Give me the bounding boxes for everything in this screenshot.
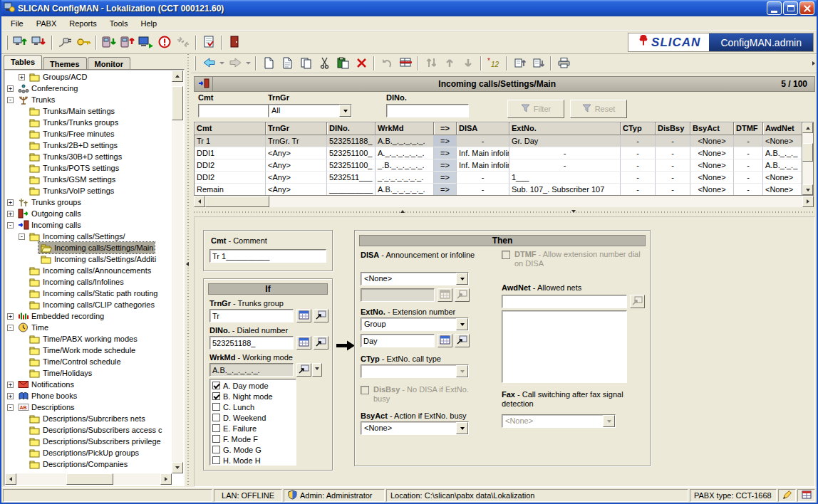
tab-themes[interactable]: Themes [43,57,87,70]
tree-item[interactable]: Time/PABX working modes [6,333,171,345]
expand-icon[interactable]: + [19,74,25,80]
wrkmd-goto-button[interactable] [296,363,311,377]
dropdown-caret-icon[interactable] [456,273,468,285]
tree-item[interactable]: Incoming calls/CLIP cathegories [6,299,171,310]
tree-item[interactable]: Time/Holidays [6,367,171,379]
doc-new-button[interactable] [259,55,278,72]
minimize-button[interactable] [767,1,782,15]
disa-dropdown[interactable]: <None> [361,272,469,285]
collapse-icon[interactable]: - [7,325,14,331]
mode-checkbox[interactable] [212,414,220,421]
scroll-thumb[interactable] [802,143,813,162]
phone-upload-button[interactable] [118,34,137,51]
tree-item[interactable]: Trunks/Trunks groups [6,117,171,128]
tree-item[interactable]: -Incoming calls/Settings/ [6,231,171,242]
column-header[interactable]: DTMF [734,122,763,135]
scroll-up-button[interactable] [802,122,813,133]
move-up-button[interactable] [440,55,459,72]
dropdown-caret-icon[interactable] [456,318,468,330]
scroll-down-button[interactable] [172,462,183,473]
expand-icon[interactable]: + [7,393,14,399]
table-row[interactable]: DDI1<Any>523251100_A._._._._._._.=>Inf. … [195,147,802,159]
reset-button[interactable]: Reset [570,100,627,118]
tree-item[interactable]: Incoming calls/Settings/Main [6,242,171,253]
tree-item[interactable]: +Embedded recording [6,310,171,322]
mode-checkbox[interactable] [212,424,220,432]
trngr-input[interactable] [209,309,294,322]
caret-button[interactable] [218,55,226,72]
scroll-thumb[interactable] [172,86,183,120]
dtmf-checkbox[interactable] [502,251,510,259]
extno-input[interactable] [361,334,435,347]
tree-item[interactable]: Descriptions/Subscribers access c [6,424,171,436]
caret-button[interactable] [244,55,252,72]
working-mode-item[interactable]: F. Mode F [211,434,295,444]
disa-table-button[interactable] [438,288,452,302]
cut-button[interactable] [315,55,333,72]
collapse-icon[interactable]: - [7,404,14,411]
tree-item[interactable]: +Conferencing [6,83,171,94]
tab-monitor[interactable]: Monitor [88,57,130,70]
tree-item[interactable]: Trunks/VoIP settings [6,185,171,196]
table-vertical-scrollbar[interactable] [802,122,813,195]
tree-splitter[interactable] [185,54,191,487]
menu-file[interactable]: File [4,18,30,29]
menu-reports[interactable]: Reports [63,18,103,29]
column-header[interactable]: DISA [457,122,509,135]
working-mode-item[interactable]: G. Mode G [211,444,295,455]
monitor-run-button[interactable] [137,34,155,51]
menu-help[interactable]: Help [134,18,163,29]
mode-checkbox[interactable] [212,446,220,453]
expand-icon[interactable]: + [7,199,14,206]
trngr-table-button[interactable] [296,309,311,322]
dino-goto-button[interactable] [314,336,328,350]
disbsy-checkbox[interactable] [361,386,369,394]
table-horizontal-scrollbar[interactable] [194,196,814,207]
tree-item[interactable]: +Outgoing calls [6,208,171,219]
working-mode-item[interactable]: E. Failure [211,423,295,434]
tree-item[interactable]: +Notifications [6,379,171,390]
sort-updown-button[interactable] [422,55,440,72]
toolbar-overflow-chevron[interactable] [812,61,817,65]
mode-checkbox[interactable] [212,435,220,443]
filter-button[interactable]: Filter [507,100,564,118]
table-row[interactable]: DDI2<Any>5232511____._._._._._._.=>-1___… [195,172,802,184]
tree-item[interactable]: Trunks/Free minutes [6,128,171,140]
column-header[interactable]: CTyp [621,122,656,135]
scroll-up-button[interactable] [172,70,183,82]
working-mode-item[interactable]: D. Weekend [211,412,295,423]
tree-horizontal-scrollbar[interactable] [5,473,172,485]
tree-item[interactable]: Incoming calls/Settings/Additi [6,253,171,265]
maximize-button[interactable] [783,1,798,15]
tree-item[interactable]: +Groups/ACD [6,71,171,83]
scroll-right-button[interactable] [802,196,814,207]
table-row[interactable]: Remain<Any>__________A.B._._._._._.=>-Su… [195,184,802,195]
pc-connect-button[interactable] [11,34,30,51]
bsyact-dropdown[interactable]: <None> [361,421,469,435]
horizontal-splitter[interactable] [194,209,814,215]
trngr-goto-button[interactable] [314,309,328,322]
expand-icon[interactable]: + [7,313,14,320]
extno-goto-button[interactable] [455,334,470,347]
pc-disconnect-button[interactable] [30,34,48,51]
scroll-down-button[interactable] [802,184,813,195]
dino-table-button[interactable] [296,336,311,350]
tree-item[interactable]: Trunks/2B+D settings [6,140,171,151]
tree-item[interactable]: Trunks/GSM settings [6,174,171,185]
fax-dropdown[interactable]: <None> [502,414,616,428]
tree-item[interactable]: Descriptions/PickUp groups [6,447,171,458]
tree-item[interactable]: -Trunks [6,94,171,105]
tree-item[interactable]: Time/Control schedule [6,356,171,367]
dropdown-caret-icon[interactable] [339,105,351,117]
table-row[interactable]: Tr 1TrnGr. Tr523251188_A.B._._._._._.=>-… [195,135,802,147]
column-header[interactable]: DINo. [327,122,376,135]
forward-arrow-button[interactable] [226,55,244,72]
key-button[interactable] [74,34,93,51]
expand-icon[interactable]: + [7,211,14,217]
expand-icon[interactable]: + [7,382,14,388]
menu-pabx[interactable]: PABX [30,18,63,29]
expand-icon[interactable]: + [7,85,14,92]
column-header[interactable]: WrkMd [376,122,434,135]
tree-vertical-scrollbar[interactable] [172,70,183,473]
mode-checkbox[interactable] [212,392,220,400]
